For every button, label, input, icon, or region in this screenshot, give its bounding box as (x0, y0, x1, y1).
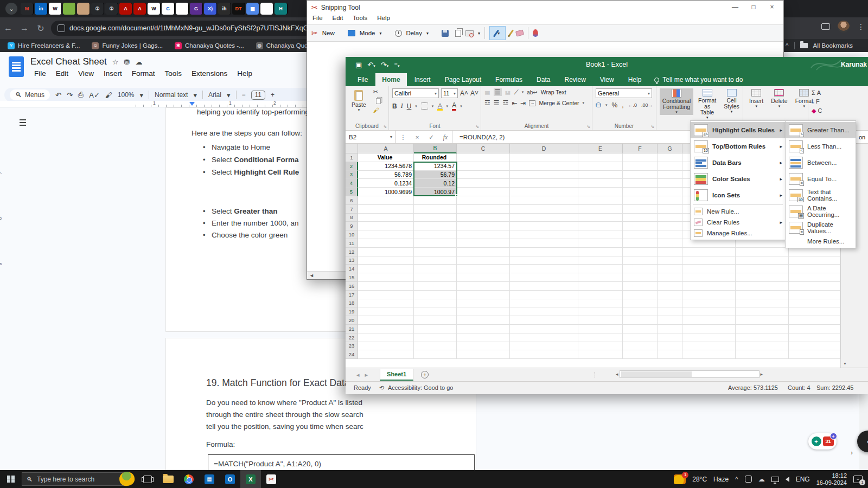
wrap-text-icon[interactable]: ab↩ (527, 89, 538, 95)
cell-E23[interactable] (578, 342, 623, 351)
language-indicator[interactable]: ENG (796, 476, 810, 483)
font-size-increase[interactable]: + (271, 91, 275, 99)
cell-D9[interactable] (510, 222, 578, 230)
snipping-tool-button[interactable]: ✂ (261, 470, 282, 488)
cell-F11[interactable] (623, 239, 658, 248)
select-all-corner[interactable] (346, 144, 358, 153)
ribbon-tab-formulas[interactable]: Formulas (489, 73, 529, 86)
cell-C7[interactable] (457, 205, 510, 214)
cell-A16[interactable] (358, 282, 414, 291)
cell-E21[interactable] (578, 325, 623, 333)
weather-condition[interactable]: Haze (713, 476, 729, 483)
cell-D16[interactable] (510, 282, 578, 291)
cell-E2[interactable] (578, 162, 623, 171)
cell-C18[interactable] (457, 299, 510, 308)
cell-C20[interactable] (457, 316, 510, 325)
taskbar-clock[interactable]: 18:12 16-09-2024 (816, 472, 847, 486)
cell-C5[interactable] (457, 188, 510, 196)
cell-812[interactable] (682, 248, 736, 256)
new-sheet-icon[interactable]: + (421, 371, 429, 378)
cell-1014[interactable] (789, 265, 840, 273)
cell-1016[interactable] (789, 282, 840, 291)
redo-icon[interactable]: ↷ (67, 91, 73, 99)
excel-titlebar[interactable]: ▣ ↶▾ ↷▾ ⁼▾ Book1 - Excel Karunak (346, 57, 868, 72)
cf-submenu-item-equal-to[interactable]: =Equal To... (786, 171, 856, 187)
ribbon-tab-review[interactable]: Review (558, 73, 592, 86)
cell-B12[interactable] (414, 248, 457, 256)
cell-G1[interactable] (658, 153, 682, 162)
insert-cells-button[interactable]: Insert▾ (746, 88, 766, 109)
cell-E24[interactable] (578, 350, 623, 359)
cell-D2[interactable] (510, 162, 578, 171)
cell-C10[interactable] (457, 230, 510, 239)
browser-menu-icon[interactable]: ⋮ (857, 22, 865, 31)
cell-F16[interactable] (623, 282, 658, 291)
cf-menu-item-new-rule[interactable]: New Rule... (691, 206, 785, 217)
widget-calendar-icon[interactable]: 31 + (823, 436, 834, 446)
cell-A2[interactable]: 1234.5678 (358, 162, 414, 171)
row-header-17[interactable]: 17 (346, 291, 358, 299)
cell-D14[interactable] (510, 265, 578, 273)
horizontal-scrollbar[interactable]: ◂ ▸ (616, 370, 763, 378)
spellcheck-icon[interactable]: A✓ (89, 91, 100, 99)
back-icon[interactable]: ← (0, 23, 16, 33)
cell-E3[interactable] (578, 171, 623, 179)
cell-F23[interactable] (623, 342, 658, 351)
bold-icon[interactable]: B (392, 102, 397, 110)
align-right-icon[interactable]: ☲ (503, 99, 509, 107)
row-header-22[interactable]: 22 (346, 333, 358, 342)
browser-tab[interactable]: H (275, 3, 288, 15)
cell-B8[interactable] (414, 214, 457, 222)
cell-B19[interactable] (414, 307, 457, 316)
cell-A1[interactable]: Value (358, 153, 414, 162)
cell-F12[interactable] (623, 248, 658, 256)
cell-A7[interactable] (358, 205, 414, 214)
cell-923[interactable] (736, 342, 789, 351)
cell-B18[interactable] (414, 299, 457, 308)
orientation-icon[interactable]: ⟋ (514, 88, 518, 96)
cell-819[interactable] (682, 307, 736, 316)
cell-F10[interactable] (623, 230, 658, 239)
cell-D20[interactable] (510, 316, 578, 325)
align-center-icon[interactable]: ☰ (494, 99, 500, 107)
accessibility-icon[interactable]: ⟲ (379, 384, 384, 391)
menus-search[interactable]: 🔍︎ Menus (10, 89, 50, 100)
docs-menu-help[interactable]: Help (233, 68, 256, 79)
scroll-right-icon[interactable]: ▸ (761, 371, 763, 377)
browser-tab[interactable]: ih (218, 3, 231, 15)
cell-817[interactable] (682, 291, 736, 299)
cell-E11[interactable] (578, 239, 623, 248)
cell-1015[interactable] (789, 273, 840, 282)
cell-919[interactable] (736, 307, 789, 316)
font-color-icon[interactable]: A (452, 101, 456, 111)
column-header-D[interactable]: D (510, 144, 578, 153)
copy-icon[interactable] (376, 98, 381, 104)
cell-D18[interactable] (510, 299, 578, 308)
hidden-icons-chevron[interactable]: ^ (735, 476, 738, 483)
ribbon-tab-page-layout[interactable]: Page Layout (438, 73, 488, 86)
number-format-combo[interactable]: General▾ (596, 88, 652, 98)
browser-tab[interactable]: ▦ (246, 3, 259, 15)
cell-921[interactable] (736, 325, 789, 333)
sheet-tab-sheet1[interactable]: Sheet1 (380, 369, 413, 381)
cell-C14[interactable] (457, 265, 510, 273)
browser-tab[interactable] (176, 3, 189, 15)
row-header-3[interactable]: 3 (346, 171, 358, 179)
cf-menu-item-top-bottom-rules[interactable]: 10Top/Bottom Rules▸ (691, 138, 785, 155)
cell-912[interactable] (736, 248, 789, 256)
docs-menu-extensions[interactable]: Extensions (188, 68, 231, 79)
store-button[interactable]: ▦ (199, 470, 220, 488)
cell-C17[interactable] (457, 291, 510, 299)
cell-C8[interactable] (457, 214, 510, 222)
cell-F8[interactable] (623, 214, 658, 222)
cell-F3[interactable] (623, 171, 658, 179)
cell-924[interactable] (736, 350, 789, 359)
docs-logo-icon[interactable] (9, 56, 24, 77)
move-icon[interactable]: ⛃ (124, 58, 130, 66)
cf-menu-item-color-scales[interactable]: Color Scales▸ (691, 171, 785, 187)
insert-function-icon[interactable]: fx (438, 134, 452, 140)
cell-G3[interactable] (658, 171, 682, 179)
browser-tab[interactable]: W (49, 3, 62, 15)
cell-A22[interactable] (358, 333, 414, 342)
cell-C15[interactable] (457, 273, 510, 282)
